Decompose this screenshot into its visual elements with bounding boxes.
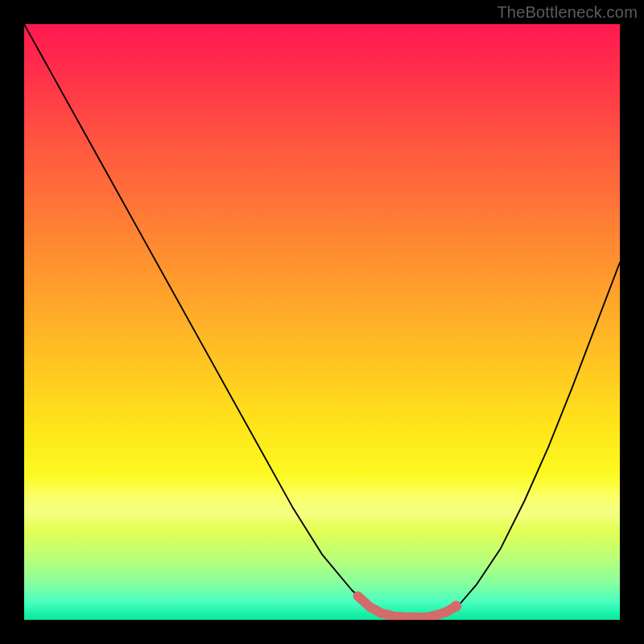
chart-stage: TheBottleneck.com [0, 0, 644, 644]
curve-layer [24, 24, 620, 620]
sweet-spot-end-dot [451, 601, 461, 611]
sweet-spot-marker [357, 596, 456, 617]
bottleneck-curve [24, 24, 620, 617]
watermark-text: TheBottleneck.com [497, 3, 638, 22]
plot-area [24, 24, 620, 620]
